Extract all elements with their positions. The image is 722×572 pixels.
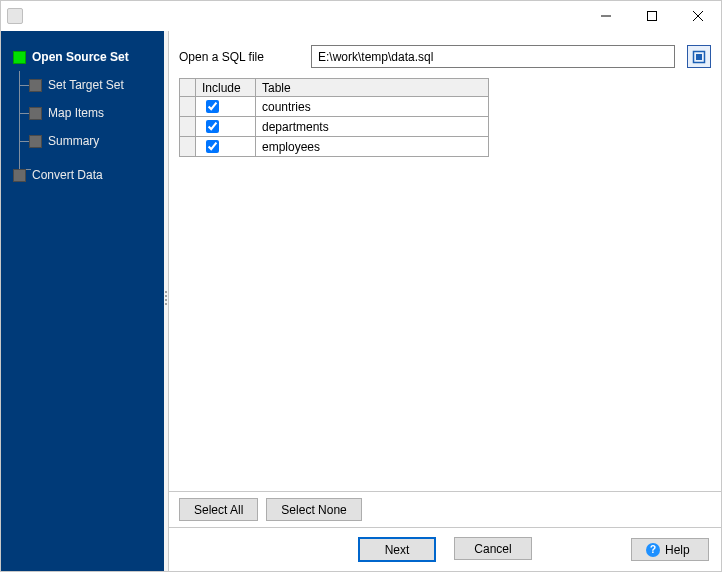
step-label: Summary [48,134,99,148]
step-label: Set Target Set [48,78,124,92]
wizard-steps-sidebar: Open Source Set Set Target Set Map Items… [1,31,164,571]
main-panel: Open a SQL file Include Table [168,31,721,571]
include-checkbox[interactable] [206,120,219,133]
step-marker-icon [29,79,42,92]
tables-grid: Include Table countriesdepartmentsemploy… [179,78,711,157]
maximize-button[interactable] [629,1,675,31]
table-row[interactable]: countries [180,97,489,117]
table-row[interactable]: departments [180,117,489,137]
include-checkbox[interactable] [206,140,219,153]
browse-file-button[interactable] [687,45,711,68]
row-header-corner [180,79,196,97]
step-label: Convert Data [32,168,103,182]
next-button[interactable]: Next [358,537,436,562]
row-header[interactable] [180,117,196,137]
table-name-cell: employees [256,137,489,157]
step-marker-icon [13,169,26,182]
row-header[interactable] [180,137,196,157]
open-file-icon [692,50,706,64]
table-row[interactable]: employees [180,137,489,157]
svg-rect-5 [696,54,702,60]
select-all-button[interactable]: Select All [179,498,258,521]
step-marker-icon [29,135,42,148]
help-button[interactable]: ? Help [631,538,709,561]
col-header-include[interactable]: Include [196,79,256,97]
table-name-cell: departments [256,117,489,137]
col-header-table[interactable]: Table [256,79,489,97]
step-convert-data[interactable]: Convert Data [1,161,164,189]
table-name-cell: countries [256,97,489,117]
step-label: Open Source Set [32,50,129,64]
include-cell [196,137,256,157]
step-label: Map Items [48,106,104,120]
step-marker-icon [13,51,26,64]
step-marker-icon [29,107,42,120]
include-cell [196,97,256,117]
sql-file-path-input[interactable] [311,45,675,68]
app-icon [7,8,23,24]
titlebar [1,1,721,31]
cancel-button[interactable]: Cancel [454,537,532,560]
help-label: Help [665,543,690,557]
step-set-target-set[interactable]: Set Target Set [1,71,164,99]
include-checkbox[interactable] [206,100,219,113]
svg-rect-1 [648,12,657,21]
wizard-window: Open Source Set Set Target Set Map Items… [0,0,722,572]
open-file-label: Open a SQL file [179,50,299,64]
step-open-source-set[interactable]: Open Source Set [1,43,164,71]
select-none-button[interactable]: Select None [266,498,361,521]
include-cell [196,117,256,137]
close-button[interactable] [675,1,721,31]
row-header[interactable] [180,97,196,117]
step-map-items[interactable]: Map Items [1,99,164,127]
step-summary[interactable]: Summary [1,127,164,155]
help-icon: ? [646,543,660,557]
minimize-button[interactable] [583,1,629,31]
